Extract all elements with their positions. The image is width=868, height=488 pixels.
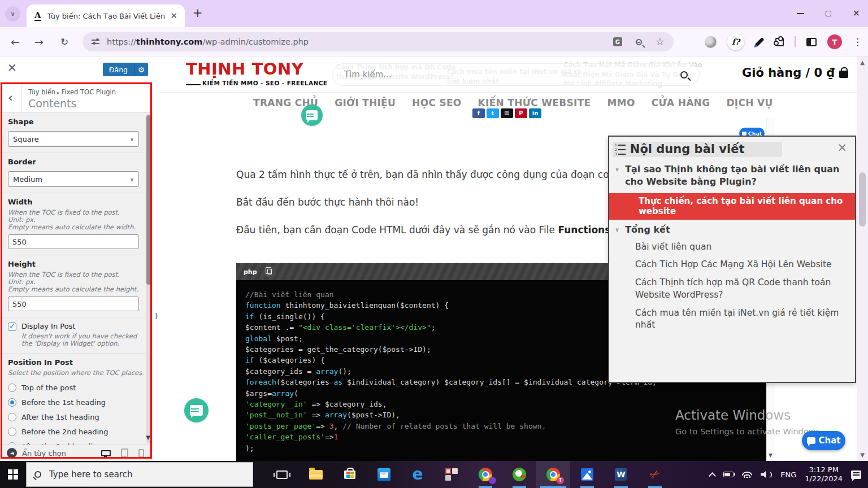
- file-explorer-button[interactable]: [299, 461, 333, 488]
- preview-tablet-icon[interactable]: [121, 448, 128, 457]
- toc-item-active[interactable]: Thực chiến, cách tạo bài viết liên quan …: [609, 193, 855, 220]
- microsoft-store-button[interactable]: [333, 461, 367, 488]
- profile-avatar[interactable]: T: [827, 34, 842, 49]
- email-share-icon[interactable]: ✉: [501, 108, 513, 118]
- scroll-down-arrow-icon[interactable]: ▼: [769, 452, 772, 458]
- comments-bubble-button[interactable]: [301, 104, 323, 126]
- wifi-icon[interactable]: [742, 472, 752, 478]
- publish-settings-button[interactable]: ⚙: [134, 63, 148, 76]
- chrome-profile1-button[interactable]: [468, 461, 502, 488]
- radio-option[interactable]: Before the 2nd heading: [8, 424, 145, 439]
- window-close-icon[interactable]: ✕: [853, 9, 860, 18]
- chat-button[interactable]: Chat: [802, 431, 845, 450]
- browser-tab[interactable]: Tùy biến: Cách Tạo Bài Viết Liên ✕: [27, 5, 185, 27]
- text-token: 'category__in': [245, 400, 307, 408]
- toc-item-sub[interactable]: Cách Thịnh tích hợp mã QR Code thanh toá…: [609, 273, 855, 303]
- hide-controls-label[interactable]: Ẩn tùy chọn: [22, 449, 66, 457]
- back-chevron-icon[interactable]: ‹: [0, 82, 21, 112]
- radio-button[interactable]: [8, 413, 16, 421]
- facebook-share-icon[interactable]: f: [472, 108, 485, 118]
- radio-button[interactable]: [8, 428, 16, 436]
- coccoc-browser-button[interactable]: [502, 461, 536, 488]
- new-tab-button[interactable]: +: [193, 6, 203, 20]
- windows-logo-icon: [8, 469, 18, 480]
- radio-option[interactable]: After the 2nd heading: [8, 439, 145, 445]
- extensions-puzzle-icon[interactable]: [775, 38, 784, 46]
- forward-icon[interactable]: →: [31, 27, 47, 56]
- radio-option[interactable]: Before the 1st heading: [8, 395, 145, 409]
- taskbar-search[interactable]: Type here to search: [26, 462, 253, 487]
- edge-button[interactable]: [401, 461, 435, 488]
- translate-icon[interactable]: [613, 37, 622, 46]
- text-token: ($categories) {: [258, 356, 324, 364]
- comments-bubble-button[interactable]: [184, 398, 209, 422]
- scroll-down-arrow-icon[interactable]: ▼: [146, 434, 150, 441]
- scroll-up-arrow-icon[interactable]: ▲: [857, 59, 868, 66]
- file-explorer-icon: [309, 470, 323, 480]
- publish-button[interactable]: Đăng: [103, 63, 134, 76]
- copy-code-button[interactable]: [264, 266, 276, 278]
- reload-icon[interactable]: ↻: [56, 27, 73, 56]
- linkedin-share-icon[interactable]: in: [529, 108, 541, 118]
- task-view-button[interactable]: [265, 461, 299, 488]
- chrome-profile2-button-active[interactable]: T: [536, 461, 570, 488]
- collapse-sidebar-icon[interactable]: ◄: [7, 448, 17, 458]
- toc-item-sub[interactable]: Cách Tích Hợp Các Mạng Xã Hội Lên Websit…: [609, 255, 855, 273]
- bookmark-star-icon[interactable]: ☆: [656, 37, 665, 47]
- toc-item-heading[interactable]: ∨Tại sao Thịnh không tạo bài viết liên q…: [609, 159, 855, 189]
- preview-mobile-icon[interactable]: [138, 449, 144, 457]
- whatfont-extension-icon[interactable]: f?: [727, 33, 744, 50]
- colorpicker-extension-icon[interactable]: [755, 37, 764, 46]
- zoom-out-icon[interactable]: [636, 39, 642, 45]
- scroll-down-arrow-icon[interactable]: ▼: [857, 452, 868, 458]
- photos-button[interactable]: [570, 461, 604, 488]
- back-icon[interactable]: ←: [7, 27, 24, 56]
- taskbar-clock[interactable]: 3:12 PM1/22/2024: [805, 465, 843, 483]
- display-in-post-checkbox[interactable]: [8, 323, 16, 331]
- address-bar[interactable]: https://thinhtony.com/wp-admin/customize…: [83, 32, 674, 51]
- width-input[interactable]: [8, 234, 139, 249]
- radio-option[interactable]: After the 1st heading: [8, 409, 145, 424]
- window-restore-icon[interactable]: [826, 11, 831, 16]
- browser-menu-icon[interactable]: ⋮: [853, 37, 862, 47]
- scrollbar-thumb[interactable]: [859, 172, 866, 226]
- twitter-share-icon[interactable]: t: [487, 108, 499, 118]
- snipping-tool-button[interactable]: [638, 461, 672, 488]
- radio-option-label: After the 1st heading: [21, 413, 99, 421]
- tray-expand-icon[interactable]: [709, 472, 716, 480]
- volume-icon[interactable]: [761, 471, 772, 478]
- preview-desktop-icon[interactable]: [101, 450, 111, 456]
- site-settings-icon[interactable]: [92, 38, 99, 45]
- notification-center-icon[interactable]: [851, 470, 861, 479]
- radio-button[interactable]: [8, 398, 16, 407]
- border-select[interactable]: Medium∨: [8, 171, 139, 187]
- customizer-scrollbar[interactable]: [146, 114, 151, 443]
- language-indicator[interactable]: ENG: [780, 470, 796, 479]
- tab-search-button[interactable]: ∨: [5, 6, 20, 21]
- mail-button[interactable]: [367, 461, 401, 488]
- toc-item-heading[interactable]: ∨Tổng kết: [609, 220, 855, 238]
- pinterest-share-icon[interactable]: P: [515, 108, 527, 118]
- toc-item-sub[interactable]: Cách mua tên miền tại iNet.vn giá rẻ tiế…: [609, 304, 855, 334]
- window-minimize-icon[interactable]: [797, 13, 804, 14]
- radio-button[interactable]: [8, 384, 16, 392]
- scrollbar-thumb[interactable]: [146, 115, 151, 285]
- extension-swirl-icon[interactable]: [705, 36, 717, 48]
- customizer-close-icon[interactable]: ✕: [7, 62, 17, 73]
- toc-close-icon[interactable]: ×: [837, 142, 847, 154]
- height-input[interactable]: [8, 297, 139, 311]
- toc-item-sub[interactable]: Bài viết liên quan: [609, 238, 855, 256]
- start-button[interactable]: [0, 461, 26, 488]
- windows-taskbar: Type here to search T ENG 3:12 PM1/22/20…: [0, 461, 868, 488]
- input-method-button[interactable]: [435, 461, 468, 488]
- browser-scrollbar[interactable]: ▲ ▼: [857, 56, 868, 461]
- side-panel-icon[interactable]: [806, 38, 817, 46]
- word-button[interactable]: [604, 461, 638, 488]
- battery-icon[interactable]: [723, 472, 734, 477]
- tab-close-icon[interactable]: ✕: [168, 11, 179, 21]
- radio-option[interactable]: Top of the post: [8, 380, 145, 395]
- article-paragraph: Đầu tiên, bạn cần đoạn Code HTML dưới đâ…: [236, 224, 635, 236]
- shape-select[interactable]: Square∨: [8, 131, 139, 147]
- text-token: global: [245, 334, 276, 343]
- display-in-post-row[interactable]: Display In Post: [8, 322, 145, 331]
